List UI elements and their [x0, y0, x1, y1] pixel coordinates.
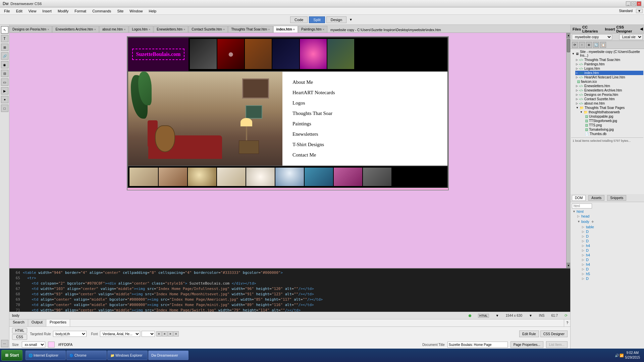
nav-heartart[interactable]: HeartART Notecards: [292, 90, 437, 96]
menu-file[interactable]: File: [1, 8, 13, 14]
menu-site[interactable]: Site: [114, 8, 126, 14]
nav-tshirt[interactable]: T-Shirt Designs: [292, 142, 437, 147]
tree-thumbs-db[interactable]: 📄 Thumbs.db: [583, 132, 643, 136]
menu-help[interactable]: Help: [146, 8, 159, 14]
canvas-scroll[interactable]: SuzetteBoulais.com: [9, 33, 570, 268]
css-designer-tab[interactable]: CSS Designer: [616, 25, 640, 33]
nav-paintings[interactable]: Paintings: [292, 121, 437, 127]
dom-node-h4-3[interactable]: ▷ h4: [581, 262, 643, 267]
tree-index-htm[interactable]: ▷ </> index.htm: [575, 71, 643, 75]
nav-tts[interactable]: Thoughts That Soar: [292, 111, 437, 116]
props-tab-properties[interactable]: Properties: [46, 319, 70, 326]
dom-node-d1[interactable]: ▷ D: [581, 229, 643, 234]
connect-tool[interactable]: ⟳: [572, 42, 578, 48]
text-tool[interactable]: T: [1, 35, 8, 42]
font-extra-select[interactable]: [142, 331, 155, 337]
tree-tts-png[interactable]: 🖼 TTS.png: [583, 123, 643, 127]
status-refresh-icon[interactable]: ⟳: [565, 313, 568, 318]
align-right-button[interactable]: ≡: [168, 331, 173, 337]
image-tool[interactable]: ⊞: [1, 44, 8, 51]
menu-window[interactable]: Window: [127, 8, 145, 14]
insert-tab[interactable]: Insert: [605, 27, 615, 31]
align-justify-button[interactable]: ≡: [173, 331, 179, 337]
list-item-button[interactable]: List Item...: [546, 341, 568, 348]
cc-libraries-tab[interactable]: CC Libraries: [582, 25, 603, 33]
targeted-rule-select[interactable]: body,td,th: [53, 331, 87, 337]
nav-about[interactable]: About Me: [292, 79, 437, 85]
page-properties-button[interactable]: Page Properties...: [511, 341, 543, 348]
dom-node-d7[interactable]: ▷ D: [581, 276, 643, 281]
tree-enews-archive-htm[interactable]: ▷ </> Enewsletters Archive.htm: [575, 88, 643, 93]
color-tool[interactable]: ◉: [1, 61, 8, 68]
delete-tool[interactable]: 🔄: [593, 42, 599, 48]
div-tool[interactable]: ▭: [1, 78, 8, 86]
tab-index[interactable]: index.htm×: [273, 26, 298, 33]
panel-collapse[interactable]: ◀: [640, 27, 642, 31]
dom-search-input[interactable]: [572, 203, 592, 208]
align-left-button[interactable]: ≡: [156, 331, 162, 337]
assets-tab[interactable]: Assets: [588, 195, 604, 201]
html-toggle[interactable]: HTML: [12, 328, 27, 334]
tree-tts-pages-folder[interactable]: ▼ 📁 Thoughts That Soar Pages: [575, 106, 643, 110]
close-button[interactable]: ×: [637, 1, 641, 6]
form-tool[interactable]: □: [1, 105, 8, 112]
props-help-icon[interactable]: ?: [564, 319, 570, 326]
link-tool[interactable]: 🔗: [1, 52, 8, 60]
tree-contact-htm[interactable]: ▷ </> Contact Suzette.htm: [575, 97, 643, 101]
tab-logos[interactable]: Logos.htm×: [129, 26, 153, 33]
tab-paintings[interactable]: Paintings.htm×: [298, 26, 327, 33]
sync-tool[interactable]: 📋: [600, 42, 606, 48]
size-dropdown[interactable]: ▼: [529, 314, 532, 317]
tab-tts[interactable]: Thoughts That Soar.htm×: [228, 26, 273, 33]
local-view-select[interactable]: Local view: [619, 34, 643, 40]
taskbar-explorer[interactable]: 📁 Windows Explorer: [107, 351, 148, 360]
scroll-up[interactable]: ▲: [567, 33, 570, 38]
site-select[interactable]: mywebsite copy: [572, 34, 612, 40]
tree-heartart-htm[interactable]: ▷ </> HeartArt Notecard Line.htm: [575, 75, 643, 79]
dom-node-html[interactable]: ▼ html: [572, 209, 643, 214]
spry-tool[interactable]: ✦: [1, 96, 8, 103]
dom-node-table[interactable]: ▷ table: [581, 225, 643, 229]
dom-node-h5[interactable]: ▷ h5: [581, 272, 643, 276]
color-swatch[interactable]: [48, 342, 55, 348]
new-folder-tool[interactable]: ⊕: [586, 42, 592, 48]
tab-contact[interactable]: Contact Suzette.htm×: [189, 26, 228, 33]
tab-enews[interactable]: Enewsletters.htm×: [154, 26, 188, 33]
tree-aboutme-htm[interactable]: ▷ </> about me.htm: [575, 101, 643, 106]
props-tab-output[interactable]: Output: [28, 319, 46, 326]
media-tool[interactable]: ▶: [1, 87, 8, 95]
tree-logos-htm[interactable]: ▷ </> Logos.htm: [575, 66, 643, 71]
start-button[interactable]: ⊞ Start: [1, 350, 22, 361]
format-dropdown[interactable]: ▼: [496, 314, 499, 317]
tree-favicon[interactable]: 🖼 favicon.ico: [575, 79, 643, 84]
refresh-tool[interactable]: ↑: [579, 42, 585, 48]
tree-root[interactable]: ▼ 🖥 Site - mywebsite copy (C:\Users\Suze…: [571, 50, 643, 58]
canvas-scrollbar[interactable]: ▲ ▼: [566, 33, 570, 268]
doc-title-input[interactable]: [447, 342, 508, 348]
design-dropdown[interactable]: ▼: [348, 18, 354, 21]
layout-dropdown[interactable]: ▼: [636, 9, 643, 13]
design-view-button[interactable]: Design: [326, 16, 346, 23]
dom-node-d2[interactable]: ▷ D: [581, 234, 643, 239]
dom-node-d5[interactable]: ▷ D: [581, 257, 643, 262]
snippets-tab[interactable]: Snippets: [607, 195, 626, 201]
size-select[interactable]: xx-small: [22, 342, 45, 348]
nav-contact[interactable]: Contact Me: [292, 152, 437, 158]
tree-designs-htm[interactable]: ▷ </> Designs on Peoria.htm: [575, 93, 643, 97]
edit-rule-button[interactable]: Edit Rule: [519, 330, 539, 337]
font-select[interactable]: Verdana, Arial, He...: [100, 331, 140, 337]
menu-format[interactable]: Format: [72, 8, 89, 14]
nav-logos[interactable]: Logos: [292, 100, 437, 106]
maximize-button[interactable]: □: [631, 1, 636, 6]
dom-node-d3[interactable]: ▷ D: [581, 239, 643, 243]
css-designer-button[interactable]: CSS Designer: [540, 330, 568, 337]
menu-modify[interactable]: Modify: [55, 8, 71, 14]
dom-node-body[interactable]: ▼ body +: [577, 219, 643, 225]
tree-unstoppable[interactable]: 🖼 Unstoppable.jpg: [583, 114, 643, 119]
props-tab-search[interactable]: Search: [9, 319, 28, 326]
menu-view[interactable]: View: [26, 8, 39, 14]
dom-node-head[interactable]: ▷ head: [577, 214, 643, 219]
taskbar-chrome[interactable]: 🔵 Chrome: [66, 351, 107, 360]
dom-add-node[interactable]: +: [591, 219, 594, 224]
table-tool[interactable]: ⊟: [1, 70, 8, 77]
